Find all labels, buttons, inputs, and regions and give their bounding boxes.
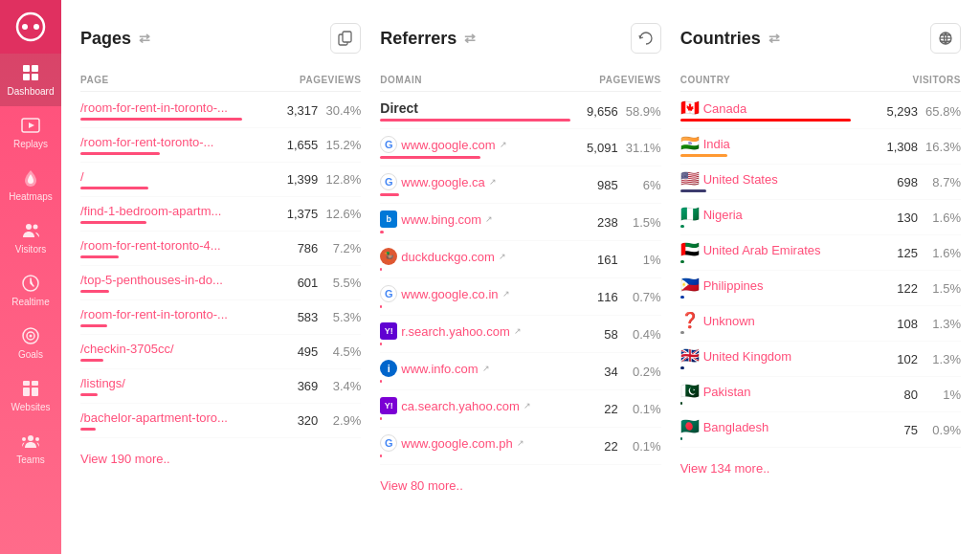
pages-panel: Pages ⇄ PAGE PAGEVIEWS /room-for-rent-in…: [80, 23, 361, 531]
progress-bar: [80, 324, 107, 327]
page-path[interactable]: /room-for-rent-in-toronto-...: [80, 307, 270, 321]
pages-rows: /room-for-rent-in-toronto-... 3,317 30.4…: [80, 94, 361, 438]
country-name[interactable]: United Kingdom: [703, 349, 792, 364]
countries-view-more[interactable]: View 134 more..: [680, 461, 961, 476]
svg-rect-23: [343, 32, 351, 42]
svg-point-19: [28, 435, 33, 441]
row-count: 80: [870, 388, 918, 402]
country-flag: 🇺🇸: [680, 171, 700, 187]
row-pct: 0.9%: [918, 423, 961, 437]
country-name[interactable]: Pakistan: [703, 385, 751, 399]
sidebar-item-teams[interactable]: Teams: [0, 422, 61, 475]
row-count: 601: [270, 276, 318, 290]
table-row: /room-for-rent-toronto-4... 786 7.2%: [80, 232, 361, 266]
row-pct: 1.3%: [918, 352, 961, 366]
row-pct: 0.7%: [618, 290, 661, 304]
row-count: 9,656: [570, 104, 618, 119]
row-count: 985: [570, 178, 618, 192]
table-row: Direct 9,656 58.9%: [380, 94, 660, 129]
sidebar-item-dashboard[interactable]: Dashboard: [0, 54, 61, 106]
countries-header: Countries ⇄: [680, 23, 961, 54]
country-name[interactable]: United States: [703, 172, 778, 187]
pages-copy-button[interactable]: [330, 23, 361, 54]
country-name[interactable]: Canada: [703, 101, 747, 116]
row-pct: 1.5%: [618, 215, 661, 230]
row-count: 22: [570, 402, 618, 416]
sidebar: Dashboard Replays Heatmaps Visitors Real…: [0, 0, 61, 554]
row-count: 5,091: [570, 141, 618, 155]
svg-point-10: [33, 225, 38, 230]
pages-view-more[interactable]: View 190 more..: [80, 452, 361, 466]
row-pct: 1.6%: [918, 246, 961, 260]
progress-bar: [80, 187, 148, 189]
page-path[interactable]: /room-for-rent-toronto-4...: [80, 238, 270, 253]
row-count: 122: [870, 281, 918, 296]
pages-arrow-icon: ⇄: [139, 31, 150, 46]
country-name[interactable]: India: [703, 137, 730, 151]
row-country-name: 🇨🇦 Canada: [680, 100, 870, 122]
sidebar-item-websites[interactable]: Websites: [0, 369, 61, 422]
referrers-icon-button[interactable]: [631, 23, 661, 54]
page-path[interactable]: /listings/: [80, 376, 270, 390]
page-path[interactable]: /bachelor-apartment-toro...: [80, 410, 270, 425]
page-path[interactable]: /room-for-rent-in-toronto-...: [80, 100, 270, 115]
progress-bar: [80, 359, 103, 362]
row-count: 495: [270, 344, 318, 359]
page-path[interactable]: /: [80, 169, 270, 184]
row-count: 130: [870, 211, 918, 225]
country-name[interactable]: United Arab Emirates: [703, 243, 821, 257]
row-page-name: /room-for-rent-toronto-4...: [80, 238, 270, 258]
table-row: 🦆 duckduckgo.com ↗ 161 1%: [380, 241, 660, 278]
sidebar-item-heatmaps[interactable]: Heatmaps: [0, 159, 61, 211]
row-pct: 15.2%: [318, 138, 361, 152]
table-row: 🇳🇬 Nigeria 130 1.6%: [680, 200, 961, 235]
pages-title: Pages ⇄: [80, 29, 150, 49]
sidebar-item-visitors[interactable]: Visitors: [0, 211, 61, 264]
row-pct: 12.8%: [318, 172, 361, 187]
svg-point-2: [33, 24, 39, 30]
row-pct: 12.6%: [318, 207, 361, 221]
sidebar-item-replays[interactable]: Replays: [0, 106, 61, 159]
country-name[interactable]: Bangladesh: [703, 420, 769, 434]
table-row: i www.info.com ↗ 34 0.2%: [380, 353, 660, 390]
sidebar-item-goals[interactable]: Goals: [0, 317, 61, 369]
country-flag: 🇬🇧: [680, 348, 700, 364]
table-row: 🇬🇧 United Kingdom 102 1.3%: [680, 342, 961, 377]
table-row: 🇺🇸 United States 698 8.7%: [680, 165, 961, 200]
logo[interactable]: [0, 0, 61, 54]
page-path[interactable]: /find-1-bedroom-apartm...: [80, 204, 270, 218]
country-flag: 🇵🇭: [680, 277, 700, 293]
row-pct: 16.3%: [918, 140, 961, 154]
country-name[interactable]: Philippines: [703, 278, 764, 293]
row-count: 583: [270, 310, 318, 324]
page-path[interactable]: /room-for-rent-toronto-...: [80, 135, 270, 149]
sidebar-item-realtime[interactable]: Realtime: [0, 264, 61, 317]
table-row: /listings/ 369 3.4%: [80, 369, 361, 404]
row-count: 1,308: [870, 140, 918, 154]
progress-bar: [80, 152, 160, 155]
country-name[interactable]: Nigeria: [703, 208, 743, 222]
svg-rect-15: [23, 381, 30, 386]
row-count: 161: [570, 253, 618, 267]
row-count: 786: [270, 241, 318, 255]
row-count: 698: [870, 175, 918, 189]
table-row: 🇮🇳 India 1,308 16.3%: [680, 129, 961, 165]
country-flag: 🇨🇦: [680, 100, 700, 116]
page-path[interactable]: /checkin-3705cc/: [80, 342, 270, 356]
countries-globe-button[interactable]: [930, 23, 961, 54]
referrers-table-header: DOMAIN PAGEVIEWS: [380, 69, 660, 92]
row-pct: 6%: [618, 178, 661, 192]
pages-header: Pages ⇄: [80, 23, 361, 54]
svg-point-14: [30, 335, 33, 338]
row-country-name: 🇵🇰 Pakistan: [680, 384, 870, 405]
page-path[interactable]: /top-5-penthouses-in-do...: [80, 273, 270, 287]
country-name[interactable]: Unknown: [703, 314, 755, 328]
row-domain-name: G www.google.co.in ↗: [380, 285, 569, 308]
row-pct: 31.1%: [618, 141, 661, 155]
referrers-view-more[interactable]: View 80 more..: [380, 478, 660, 493]
svg-rect-4: [32, 65, 38, 72]
table-row: 🇨🇦 Canada 5,293 65.8%: [680, 94, 961, 129]
svg-rect-18: [32, 388, 38, 396]
progress-bar: [80, 118, 242, 121]
table-row: 🇵🇭 Philippines 122 1.5%: [680, 271, 961, 306]
